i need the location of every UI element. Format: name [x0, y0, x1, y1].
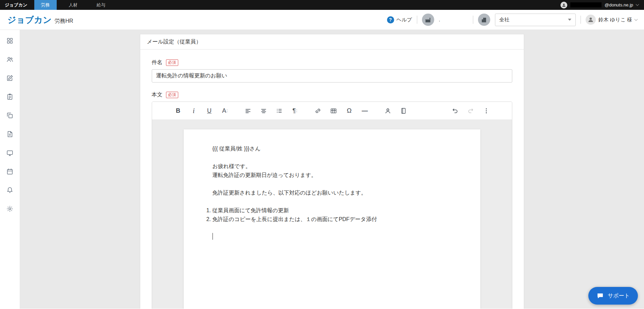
edit-icon — [6, 74, 14, 82]
subject-label: 件名 — [152, 59, 163, 66]
editor-canvas[interactable]: {{{ 従業員/姓 }}}さん お疲れ様です。 運転免許証の更新期日が迫っており… — [152, 120, 512, 309]
company-name-text: . — [439, 17, 468, 22]
list-item: 免許証のコピーを上長に提出または、１の画面にてPDFデータ添付 — [213, 215, 452, 224]
mail-settings-card: メール設定（従業員） 件名 必須 本文 必須 B i U — [140, 34, 524, 309]
mail-body-document[interactable]: {{{ 従業員/姓 }}}さん お疲れ様です。 運転免許証の更新期日が迫っており… — [184, 129, 480, 309]
align-center-button[interactable] — [258, 105, 270, 117]
link-button[interactable] — [312, 105, 324, 117]
sidebar-item-edit[interactable] — [5, 73, 15, 83]
subject-input[interactable] — [152, 69, 512, 83]
redo-icon — [467, 107, 474, 114]
divider — [473, 16, 473, 24]
office-button[interactable] — [478, 14, 490, 26]
list-button[interactable] — [274, 105, 285, 117]
page-margin-button[interactable] — [398, 105, 409, 117]
list-item: 従業員画面にて免許情報の更新 — [213, 206, 452, 215]
service-tab-roumu[interactable]: 労務 — [34, 0, 57, 10]
document-icon — [6, 130, 14, 138]
help-button[interactable]: ? ヘルプ — [387, 16, 412, 23]
service-tab-kyuyo[interactable]: 給与 — [90, 0, 112, 10]
chevron-down-icon — [634, 17, 638, 21]
building-icon — [481, 17, 487, 23]
app-header: ジョブカン 労務HR ? ヘルプ . 全社 鈴木 ゆりこ 様 — [0, 10, 644, 30]
sidebar-item-dashboard[interactable] — [5, 36, 15, 46]
text-caret — [213, 233, 213, 240]
company-scope-value: 全社 — [499, 17, 510, 23]
sidebar-item-notifications[interactable] — [5, 185, 15, 195]
editor-toolbar: B i U A: — [152, 102, 512, 120]
special-char-button[interactable]: Ω — [344, 105, 355, 117]
sidebar-item-settings[interactable] — [5, 204, 15, 214]
support-button[interactable]: サポート — [588, 287, 638, 305]
table-button[interactable] — [328, 105, 339, 117]
sidebar-item-monitor[interactable] — [5, 148, 15, 158]
copy-icon — [6, 112, 14, 119]
sidebar-item-copy[interactable] — [5, 111, 15, 120]
logo-product-text: 労務HR — [54, 18, 73, 25]
logo-brand-text: ジョブカン — [7, 14, 52, 25]
undo-button[interactable] — [449, 105, 461, 117]
bell-icon — [6, 186, 14, 194]
company-scope-select[interactable]: 全社 — [495, 14, 576, 26]
user-avatar-icon — [586, 15, 596, 25]
support-label: サポート — [608, 292, 630, 299]
help-icon: ? — [387, 16, 394, 23]
account-name-redacted — [570, 2, 602, 7]
required-badge: 必須 — [166, 92, 178, 98]
body-label: 本文 — [152, 91, 163, 98]
factory-icon — [425, 17, 431, 23]
header-actions: ? ヘルプ . 全社 鈴木 ゆりこ 様 — [387, 14, 637, 26]
body-line: お疲れ様です。 — [213, 162, 452, 171]
monitor-icon — [6, 149, 14, 157]
font-size-button[interactable]: A: — [219, 105, 231, 117]
jobcan-brand[interactable]: ジョブカン — [0, 0, 34, 10]
main-content: メール設定（従業員） 件名 必須 本文 必須 B i U — [20, 30, 644, 309]
divider — [417, 16, 417, 24]
redo-button[interactable] — [465, 105, 477, 117]
sidebar-item-employees[interactable] — [5, 55, 15, 64]
sidebar-item-memo[interactable] — [5, 92, 15, 102]
required-badge: 必須 — [166, 59, 178, 66]
bold-button[interactable]: B — [172, 105, 184, 117]
rich-text-editor: B i U A: — [152, 102, 512, 309]
sidebar-item-calendar[interactable] — [5, 167, 15, 176]
paragraph-format-button[interactable]: ¶: — [289, 105, 301, 117]
person-icon — [384, 107, 391, 114]
page-title: メール設定（従業員） — [140, 34, 524, 50]
dashboard-icon — [6, 37, 14, 44]
user-name: 鈴木 ゆりこ 様 — [599, 17, 632, 23]
account-email: @donuts.ne.jp — [605, 2, 633, 7]
insert-variable-button[interactable] — [382, 105, 394, 117]
calendar-icon — [6, 168, 14, 175]
body-line-greeting: {{{ 従業員/姓 }}}さん — [213, 144, 452, 153]
memo-icon — [6, 93, 14, 101]
body-line: 運転免許証の更新期日が迫っております。 — [213, 171, 452, 180]
service-tab-jinzai[interactable]: 人材 — [62, 0, 85, 10]
body-line: 免許証更新されましたら、以下対応のほどお願いいたします。 — [213, 188, 452, 197]
more-vertical-icon — [483, 107, 490, 114]
italic-button[interactable]: i — [188, 105, 200, 117]
user-menu[interactable]: 鈴木 ゆりこ 様 — [586, 15, 637, 25]
underline-button[interactable]: U — [204, 105, 215, 117]
align-left-button[interactable] — [242, 105, 254, 117]
cursor-line — [213, 233, 452, 241]
top-service-bar: ジョブカン 労務 人材 給与 @donuts.ne.jp — [0, 0, 644, 10]
divider — [581, 16, 581, 24]
topbar-account[interactable]: @donuts.ne.jp — [560, 0, 644, 10]
align-center-icon — [260, 107, 267, 114]
more-options-button[interactable] — [481, 105, 492, 117]
align-left-icon — [244, 107, 252, 114]
chevron-down-icon — [636, 3, 639, 6]
page-margin-icon — [400, 107, 407, 114]
company-button[interactable] — [422, 14, 434, 26]
ordered-list-icon — [276, 107, 283, 114]
sidebar-item-document[interactable] — [5, 129, 15, 139]
link-icon — [314, 107, 321, 114]
body-numbered-list: 従業員画面にて免許情報の更新 免許証のコピーを上長に提出または、１の画面にてPD… — [205, 206, 452, 224]
help-label: ヘルプ — [397, 17, 412, 23]
table-icon — [330, 107, 337, 114]
horizontal-rule-button[interactable]: — — [359, 105, 371, 117]
select-arrow-icon — [568, 19, 571, 21]
left-sidebar — [0, 30, 20, 309]
app-logo[interactable]: ジョブカン 労務HR — [7, 14, 73, 25]
